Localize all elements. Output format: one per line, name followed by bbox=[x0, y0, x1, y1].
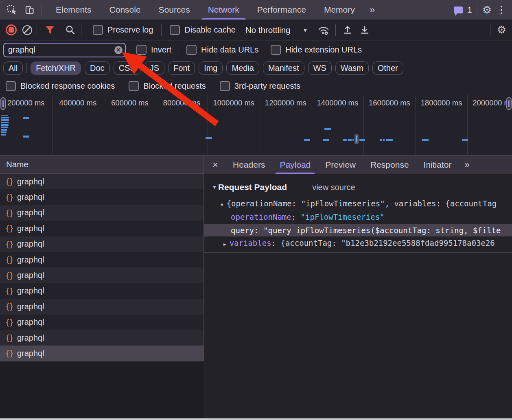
kebab-menu-icon[interactable]: ⋮ bbox=[497, 4, 506, 15]
tab-sources[interactable]: Sources bbox=[150, 0, 199, 20]
request-row-8[interactable]: {}graphql bbox=[0, 299, 204, 314]
chip-manifest[interactable]: Manifest bbox=[263, 61, 304, 75]
request-row-0[interactable]: {}graphql bbox=[0, 174, 204, 189]
overview-tick-1: 400000 ms bbox=[52, 95, 104, 107]
hide-extension-urls-checkbox[interactable] bbox=[271, 45, 281, 55]
blocked-requests-checkbox[interactable] bbox=[129, 81, 139, 91]
request-name: graphql bbox=[17, 255, 44, 265]
overview-tick-4: 1000000 ms bbox=[208, 95, 260, 107]
request-row-7[interactable]: {}graphql bbox=[0, 283, 204, 299]
issues-icon[interactable] bbox=[454, 7, 463, 13]
network-conditions-icon[interactable] bbox=[317, 22, 330, 38]
settings-gear-icon[interactable]: ⚙ bbox=[482, 4, 492, 16]
tab-console[interactable]: Console bbox=[101, 0, 150, 20]
payload-section-triangle-icon[interactable]: ▼ bbox=[212, 184, 217, 190]
waterfall-selected-marker bbox=[354, 134, 359, 144]
detail-more-tabs-icon[interactable]: » bbox=[459, 160, 475, 170]
chip-ws[interactable]: WS bbox=[308, 61, 332, 75]
tab-network[interactable]: Network bbox=[199, 0, 248, 20]
invert-label[interactable]: Invert bbox=[151, 45, 171, 55]
device-toolbar-icon[interactable] bbox=[23, 2, 37, 18]
chip-other[interactable]: Other bbox=[372, 61, 403, 75]
json-braces-icon: {} bbox=[5, 333, 13, 342]
detail-tab-response[interactable]: Response bbox=[363, 155, 416, 174]
chip-wasm[interactable]: Wasm bbox=[335, 61, 369, 75]
export-har-icon[interactable] bbox=[358, 22, 372, 38]
clear-filter-icon[interactable]: × bbox=[114, 46, 123, 54]
tabbar-separator bbox=[42, 4, 42, 15]
request-row-10[interactable]: {}graphql bbox=[0, 330, 204, 346]
detail-tab-preview[interactable]: Preview bbox=[318, 155, 363, 174]
preserve-log-label[interactable]: Preserve log bbox=[107, 25, 153, 35]
chip-img[interactable]: Img bbox=[199, 61, 223, 75]
detail-tab-initiator[interactable]: Initiator bbox=[416, 155, 459, 174]
waterfall-bar-14 bbox=[323, 139, 329, 141]
request-row-6[interactable]: {}graphql bbox=[0, 267, 204, 283]
blocked-response-cookies-checkbox[interactable] bbox=[6, 81, 16, 91]
request-name: graphql bbox=[17, 177, 44, 186]
overview-right-grip[interactable] bbox=[506, 97, 512, 110]
third-party-requests-label[interactable]: 3rd-party requests bbox=[234, 81, 300, 91]
disable-cache-label[interactable]: Disable cache bbox=[184, 25, 236, 35]
filter-input[interactable] bbox=[3, 43, 126, 57]
view-source-link[interactable]: view source bbox=[312, 183, 355, 192]
hide-data-urls-checkbox[interactable] bbox=[186, 45, 197, 55]
search-icon[interactable] bbox=[63, 22, 77, 38]
request-row-4[interactable]: {}graphql bbox=[0, 236, 204, 252]
root-triangle-icon[interactable]: ▼ bbox=[221, 202, 223, 208]
overview-tick-8: 1800000 ms bbox=[416, 95, 468, 107]
network-settings-gear-icon[interactable]: ⚙ bbox=[497, 24, 506, 36]
request-row-2[interactable]: {}graphql bbox=[0, 205, 204, 221]
name-column-header[interactable]: Name bbox=[0, 155, 204, 174]
filter-row: × Invert Hide data URLs Hide extension U… bbox=[0, 41, 512, 59]
request-row-3[interactable]: {}graphql bbox=[0, 221, 204, 236]
waterfall-bar-17 bbox=[352, 139, 354, 141]
throttling-caret-icon[interactable]: ▼ bbox=[302, 27, 308, 33]
request-row-9[interactable]: {}graphql bbox=[0, 315, 204, 330]
detail-tab-payload[interactable]: Payload bbox=[272, 155, 318, 174]
tab-elements[interactable]: Elements bbox=[47, 0, 101, 20]
chip-all[interactable]: All bbox=[3, 61, 23, 75]
variables-triangle-icon[interactable]: ▶ bbox=[223, 242, 226, 247]
overview-left-grip[interactable] bbox=[0, 97, 6, 110]
chip-css[interactable]: CSS bbox=[114, 61, 141, 75]
import-har-icon[interactable] bbox=[341, 22, 354, 38]
chip-fetch-xhr[interactable]: Fetch/XHR bbox=[31, 61, 81, 75]
hide-data-urls-label[interactable]: Hide data URLs bbox=[201, 45, 258, 55]
waterfall-bar-5 bbox=[1, 127, 8, 128]
blocked-requests-label[interactable]: Blocked requests bbox=[143, 81, 206, 91]
invert-checkbox[interactable] bbox=[136, 45, 147, 55]
chip-doc[interactable]: Doc bbox=[85, 61, 110, 75]
chip-media[interactable]: Media bbox=[226, 61, 259, 75]
payload-variables-line[interactable]: ▶variables: {accountTag: "b12e3b2192ee55… bbox=[204, 238, 512, 247]
request-row-1[interactable]: {}graphql bbox=[0, 189, 204, 205]
payload-query-line[interactable]: query: "query ipFlowTimeseries($accountT… bbox=[204, 224, 512, 236]
more-tabs-icon[interactable]: » bbox=[364, 4, 381, 15]
throttling-select[interactable]: No throttling bbox=[245, 25, 291, 35]
request-row-5[interactable]: {}graphql bbox=[0, 252, 204, 267]
request-rows: {}graphql{}graphql{}graphql{}graphql{}gr… bbox=[0, 174, 204, 361]
request-name: graphql bbox=[17, 333, 44, 343]
close-detail-icon[interactable]: × bbox=[204, 160, 225, 170]
payload-root-line[interactable]: ▼{operationName: "ipFlowTimeseries", var… bbox=[204, 199, 512, 208]
request-name: graphql bbox=[17, 208, 44, 217]
inspect-element-icon[interactable] bbox=[5, 2, 19, 18]
detail-tab-headers[interactable]: Headers bbox=[225, 155, 272, 174]
network-overview[interactable]: 200000 ms400000 ms600000 ms800000 ms1000… bbox=[0, 95, 512, 155]
blocked-response-cookies-label[interactable]: Blocked response cookies bbox=[20, 81, 115, 91]
waterfall-bar-11 bbox=[206, 137, 212, 139]
request-name: graphql bbox=[17, 239, 44, 249]
clear-network-log-icon[interactable] bbox=[20, 22, 34, 38]
filter-funnel-icon[interactable] bbox=[43, 22, 57, 38]
chip-js[interactable]: JS bbox=[144, 61, 164, 75]
disable-cache-checkbox[interactable] bbox=[170, 25, 180, 35]
waterfall-bar-9 bbox=[23, 117, 29, 119]
chip-font[interactable]: Font bbox=[168, 61, 195, 75]
record-network-log-icon[interactable] bbox=[4, 22, 18, 38]
tab-memory[interactable]: Memory bbox=[315, 0, 364, 20]
tab-performance[interactable]: Performance bbox=[248, 0, 315, 20]
request-row-11[interactable]: {}graphql bbox=[0, 346, 204, 361]
preserve-log-checkbox[interactable] bbox=[93, 25, 103, 35]
hide-extension-urls-label[interactable]: Hide extension URLs bbox=[285, 45, 362, 55]
third-party-requests-checkbox[interactable] bbox=[220, 81, 230, 91]
